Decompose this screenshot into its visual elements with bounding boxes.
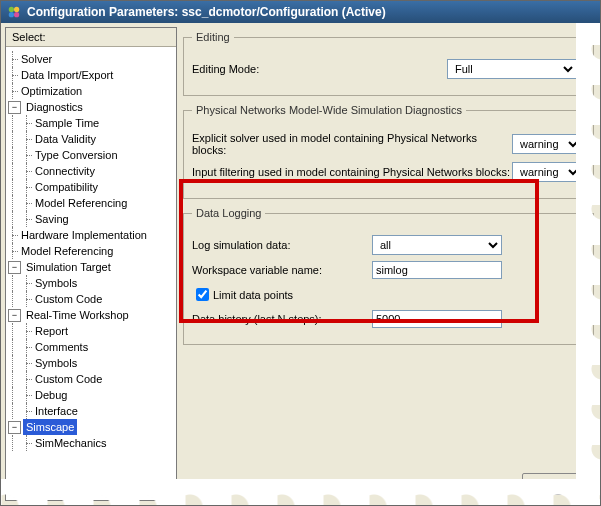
tree-item[interactable]: Symbols: [8, 355, 176, 371]
tree-connector: [8, 227, 18, 243]
tree-item[interactable]: Custom Code: [8, 291, 176, 307]
tree-connector: [22, 339, 32, 355]
ws-var-label: Workspace variable name:: [192, 264, 372, 276]
tree-toggle-icon[interactable]: −: [8, 101, 21, 114]
tree-item-label: Saving: [32, 211, 72, 227]
tree-connector: [8, 51, 18, 67]
log-sim-select[interactable]: all: [372, 235, 502, 255]
tree-item[interactable]: Compatibility: [8, 179, 176, 195]
tree-item[interactable]: Solver: [8, 51, 176, 67]
tree-item-label: Symbols: [32, 275, 80, 291]
limit-points-label[interactable]: Limit data points: [213, 289, 293, 301]
tree-item[interactable]: Debug: [8, 387, 176, 403]
tree-item[interactable]: Symbols: [8, 275, 176, 291]
tree-toggle-icon[interactable]: −: [8, 309, 21, 322]
tree[interactable]: SolverData Import/ExportOptimization−Dia…: [6, 47, 176, 500]
tree-connector: [22, 403, 32, 419]
tree-item[interactable]: −Simulation Target: [8, 259, 176, 275]
tree-item-label: Model Referencing: [32, 195, 130, 211]
svg-point-1: [14, 7, 19, 12]
svg-point-2: [9, 12, 14, 17]
tree-connector: [22, 163, 32, 179]
physnet-group: Physical Networks Model-Wide Simulation …: [183, 104, 594, 199]
tree-item[interactable]: Report: [8, 323, 176, 339]
tree-item[interactable]: Custom Code: [8, 371, 176, 387]
ok-button[interactable]: OK: [522, 473, 586, 495]
titlebar: Configuration Parameters: ssc_dcmotor/Co…: [1, 1, 600, 23]
tree-item-label: Debug: [32, 387, 70, 403]
tree-connector: [22, 435, 32, 451]
tree-item[interactable]: Interface: [8, 403, 176, 419]
client-area: Select: SolverData Import/ExportOptimiza…: [1, 23, 600, 505]
tree-connector: [22, 211, 32, 227]
tree-item-label: Report: [32, 323, 71, 339]
tree-connector: [22, 179, 32, 195]
tree-item-label: Hardware Implementation: [18, 227, 150, 243]
tree-item[interactable]: Data Import/Export: [8, 67, 176, 83]
tree-item-label: Type Conversion: [32, 147, 121, 163]
tree-toggle-icon[interactable]: −: [8, 261, 21, 274]
tree-item[interactable]: Hardware Implementation: [8, 227, 176, 243]
form-panel: Editing Editing Mode: Full Physical Netw…: [181, 27, 596, 501]
explicit-solver-label: Explicit solver used in model containing…: [192, 132, 512, 156]
tree-item[interactable]: Data Validity: [8, 131, 176, 147]
editing-mode-label: Editing Mode:: [192, 63, 447, 75]
datalog-legend: Data Logging: [192, 207, 265, 219]
editing-legend: Editing: [192, 31, 234, 43]
tree-header: Select:: [6, 28, 176, 47]
app-icon: [7, 5, 21, 19]
data-history-input[interactable]: [372, 310, 502, 328]
tree-item-label: Connectivity: [32, 163, 98, 179]
tree-connector: [8, 243, 18, 259]
tree-item-label: Compatibility: [32, 179, 101, 195]
tree-item-label: Comments: [32, 339, 91, 355]
editing-mode-select[interactable]: Full: [447, 59, 577, 79]
tree-item-label: Symbols: [32, 355, 80, 371]
tree-item[interactable]: Optimization: [8, 83, 176, 99]
tree-connector: [22, 195, 32, 211]
tree-item[interactable]: Comments: [8, 339, 176, 355]
tree-item-label: SimMechanics: [32, 435, 110, 451]
tree-item[interactable]: −Diagnostics: [8, 99, 176, 115]
editing-group: Editing Editing Mode: Full: [183, 31, 594, 96]
explicit-solver-select[interactable]: warning: [512, 134, 582, 154]
physnet-legend: Physical Networks Model-Wide Simulation …: [192, 104, 466, 116]
tree-item[interactable]: Saving: [8, 211, 176, 227]
input-filtering-select[interactable]: warning: [512, 162, 582, 182]
ws-var-input[interactable]: [372, 261, 502, 279]
tree-item[interactable]: Sample Time: [8, 115, 176, 131]
tree-item[interactable]: Connectivity: [8, 163, 176, 179]
tree-item-label: Custom Code: [32, 291, 105, 307]
tree-connector: [22, 115, 32, 131]
tree-connector: [22, 131, 32, 147]
tree-panel: Select: SolverData Import/ExportOptimiza…: [5, 27, 177, 501]
input-filtering-label: Input filtering used in model containing…: [192, 166, 512, 178]
config-window: Configuration Parameters: ssc_dcmotor/Co…: [0, 0, 601, 506]
tree-connector: [22, 291, 32, 307]
tree-item[interactable]: SimMechanics: [8, 435, 176, 451]
data-history-label: Data history (last N steps):: [192, 313, 372, 325]
tree-item-label: Data Import/Export: [18, 67, 116, 83]
tree-connector: [22, 387, 32, 403]
svg-point-0: [9, 7, 14, 12]
tree-connector: [22, 371, 32, 387]
tree-item-label: Diagnostics: [23, 99, 86, 115]
tree-item-label: Model Referencing: [18, 243, 116, 259]
tree-connector: [22, 147, 32, 163]
tree-item[interactable]: Model Referencing: [8, 195, 176, 211]
tree-item[interactable]: Model Referencing: [8, 243, 176, 259]
tree-item[interactable]: Type Conversion: [8, 147, 176, 163]
tree-toggle-icon[interactable]: −: [8, 421, 21, 434]
datalog-group: Data Logging Log simulation data: all Wo…: [183, 207, 594, 345]
tree-item-label: Interface: [32, 403, 81, 419]
tree-connector: [8, 83, 18, 99]
svg-point-3: [14, 12, 19, 17]
tree-item-label: Optimization: [18, 83, 85, 99]
tree-connector: [8, 67, 18, 83]
limit-points-checkbox[interactable]: [196, 288, 209, 301]
tree-item[interactable]: −Simscape: [8, 419, 176, 435]
tree-item-label: Custom Code: [32, 371, 105, 387]
window-title: Configuration Parameters: ssc_dcmotor/Co…: [27, 5, 386, 19]
tree-item-label: Sample Time: [32, 115, 102, 131]
tree-item[interactable]: −Real-Time Workshop: [8, 307, 176, 323]
